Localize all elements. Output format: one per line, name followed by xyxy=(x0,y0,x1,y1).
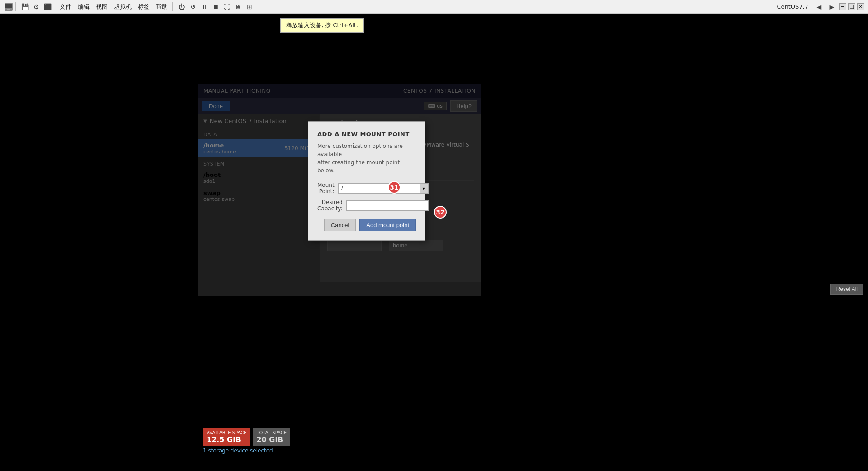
nav-left-icon[interactable]: ◀ xyxy=(814,1,825,12)
maximize-button[interactable]: □ xyxy=(848,3,855,10)
modal-description: More customization options are available… xyxy=(317,142,416,175)
menu-help[interactable]: 帮助 xyxy=(153,2,170,12)
modal-capacity-field: Desired Capacity: xyxy=(317,199,416,212)
menubar-right: CentOS7.7 ◀ ▶ ─ □ ✕ xyxy=(773,1,864,12)
vm-settings-icon[interactable]: ⊞ xyxy=(244,1,255,12)
app-icon xyxy=(4,2,14,12)
menu-file[interactable]: 文件 xyxy=(57,2,74,12)
pause-icon[interactable]: ⏸ xyxy=(199,1,210,12)
view-icon[interactable]: 🖥 xyxy=(233,1,244,12)
menubar: 💾 ⚙ ⬛ 文件 编辑 视图 虚拟机 标签 帮助 ⏻ ↺ ⏸ ⏹ ⛶ 🖥 ⊞ C… xyxy=(0,0,868,14)
modal-buttons: Cancel Add mount point xyxy=(317,219,416,231)
space-indicators: AVAILABLE SPACE 12.5 GiB TOTAL SPACE 20 … xyxy=(203,428,314,446)
svg-rect-1 xyxy=(5,4,12,8)
add-mount-point-modal: ADD A NEW MOUNT POINT More customization… xyxy=(308,121,425,241)
vm-icon-1[interactable]: 💾 xyxy=(19,1,30,12)
window-title: CentOS7.7 xyxy=(773,3,812,10)
separator xyxy=(15,2,16,11)
power-icon[interactable]: ⏻ xyxy=(176,1,187,12)
separator3 xyxy=(172,2,173,11)
modal-dropdown-button[interactable]: ▾ xyxy=(420,183,429,194)
vm-icon-2[interactable]: ⚙ xyxy=(31,1,42,12)
available-space-value: 12.5 GiB xyxy=(207,435,246,444)
step-badge-31: 31 xyxy=(388,181,401,194)
total-space-label: TOTAL SPACE xyxy=(256,430,287,435)
svg-rect-2 xyxy=(7,9,10,10)
toolbar-icons: 💾 ⚙ ⬛ xyxy=(19,1,53,12)
tooltip: 释放输入设备, 按 Ctrl+Alt. xyxy=(280,18,364,33)
space-info: AVAILABLE SPACE 12.5 GiB TOTAL SPACE 20 … xyxy=(198,425,320,457)
nav-right-icon[interactable]: ▶ xyxy=(826,1,837,12)
modal-capacity-label: Desired Capacity: xyxy=(317,199,343,212)
vm-icon-3[interactable]: ⬛ xyxy=(42,1,53,12)
modal-mount-point-wrapper: ▾ xyxy=(338,183,429,194)
modal-overlay: ADD A NEW MOUNT POINT More customization… xyxy=(198,84,481,296)
toolbar-actions: ⏻ ↺ ⏸ ⏹ ⛶ 🖥 ⊞ xyxy=(176,1,255,12)
menu-edit[interactable]: 编辑 xyxy=(75,2,92,12)
modal-mount-point-label: Mount Point: xyxy=(317,182,335,195)
total-space-value: 20 GiB xyxy=(256,435,287,444)
reset-all-button[interactable]: Reset All xyxy=(830,284,863,295)
stop-icon[interactable]: ⏹ xyxy=(210,1,221,12)
storage-device-link[interactable]: 1 storage device selected xyxy=(203,447,314,454)
available-space-badge: AVAILABLE SPACE 12.5 GiB xyxy=(203,428,250,446)
modal-title: ADD A NEW MOUNT POINT xyxy=(317,131,416,138)
minimize-button[interactable]: ─ xyxy=(839,3,846,10)
menu-vm[interactable]: 虚拟机 xyxy=(111,2,134,12)
available-space-label: AVAILABLE SPACE xyxy=(207,430,246,435)
modal-mount-point-input[interactable] xyxy=(338,183,429,194)
step-badge-32: 32 xyxy=(434,206,447,219)
reset-all-container: Reset All xyxy=(830,284,863,295)
separator2 xyxy=(55,2,55,11)
fullscreen-icon[interactable]: ⛶ xyxy=(222,1,232,12)
modal-capacity-input[interactable] xyxy=(346,200,429,211)
add-mount-point-button[interactable]: Add mount point xyxy=(359,219,416,231)
menu-view[interactable]: 视图 xyxy=(93,2,110,12)
restart-icon[interactable]: ↺ xyxy=(188,1,198,12)
close-button[interactable]: ✕ xyxy=(857,3,864,10)
total-space-badge: TOTAL SPACE 20 GiB xyxy=(253,428,290,446)
modal-mount-point-field: Mount Point: ▾ xyxy=(317,182,416,195)
cancel-button[interactable]: Cancel xyxy=(324,219,356,231)
menu-tags[interactable]: 标签 xyxy=(135,2,152,12)
